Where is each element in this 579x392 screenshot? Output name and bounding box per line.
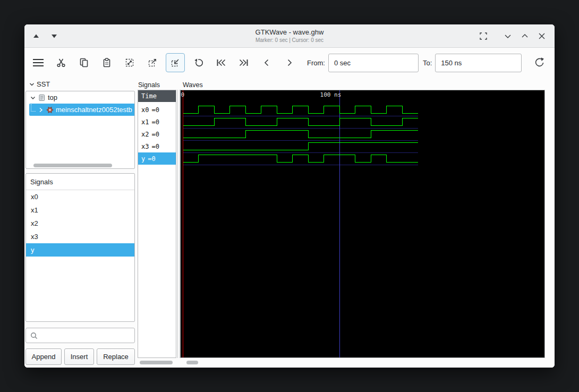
svg-text:100 ns: 100 ns: [320, 91, 342, 98]
time-header[interactable]: Time: [138, 90, 176, 102]
signal-action-buttons: Append Insert Replace: [25, 348, 135, 365]
to-input[interactable]: [435, 54, 522, 72]
wave-canvas[interactable]: 0100 ns: [181, 90, 544, 357]
signal-list-header: Signals: [26, 174, 134, 190]
titlebar-text: GTKWave - wave.ghw Marker: 0 sec | Curso…: [256, 28, 324, 44]
scrollbar-thumb[interactable]: [33, 164, 112, 167]
pane-up-button[interactable]: [30, 30, 42, 42]
paste-icon: [101, 57, 112, 68]
reload-button[interactable]: [530, 53, 549, 72]
append-button[interactable]: Append: [25, 348, 62, 365]
tree-item-testbench[interactable]: meinschaltnetz0052testb: [29, 104, 134, 116]
window-status: Marker: 0 sec | Cursor: 0 sec: [256, 37, 324, 44]
chevron-right-icon: [284, 57, 295, 68]
signal-list-item-x2[interactable]: x2: [26, 217, 134, 230]
titlebar[interactable]: GTKWave - wave.ghw Marker: 0 sec | Curso…: [24, 24, 555, 48]
wave-row-name: x1: [141, 118, 149, 126]
wave-row-value: =0: [151, 131, 159, 138]
wave-row-value: =0: [151, 118, 159, 126]
wave-row-value: =0: [151, 143, 159, 150]
wave-row-value: =0: [151, 106, 159, 114]
tree-item-label: meinschaltnetz0052testb: [56, 106, 132, 114]
sst-header[interactable]: SST: [29, 80, 50, 88]
wave-row-value: =0: [148, 155, 155, 163]
chevron-down-icon: [502, 30, 514, 42]
wave-row-x2[interactable]: x2=0: [138, 128, 176, 140]
names-horizontal-scrollbar[interactable]: [139, 361, 175, 364]
toolbar: From: To:: [24, 48, 555, 78]
go-to-start-button[interactable]: [211, 53, 231, 72]
sst-tree: top meinschaltnetz0052testb: [25, 91, 135, 169]
scissors-icon: [56, 57, 66, 68]
waves-horizontal-scrollbar[interactable]: [183, 361, 544, 364]
skip-to-start-icon: [215, 57, 227, 68]
zoom-out-icon: [147, 57, 158, 68]
reload-icon: [534, 57, 546, 69]
expander-down-icon[interactable]: [30, 95, 36, 101]
cut-button[interactable]: [52, 53, 71, 72]
tree-horizontal-scrollbar[interactable]: [29, 164, 131, 167]
wave-row-name: x3: [141, 143, 149, 150]
go-to-end-button[interactable]: [234, 53, 253, 72]
window-title: GTKWave - wave.ghw: [256, 28, 324, 37]
replace-button[interactable]: Replace: [97, 348, 135, 365]
wave-row-x3[interactable]: x3=0: [138, 140, 176, 152]
skip-to-end-icon: [238, 57, 250, 68]
signal-list-item-y[interactable]: y: [26, 243, 134, 257]
entity-gear-icon: [46, 106, 54, 114]
scrollbar-thumb[interactable]: [186, 361, 198, 364]
zoom-fit-button[interactable]: [120, 53, 139, 72]
menu-icon: [31, 56, 45, 69]
signal-list-item-x0[interactable]: x0: [26, 190, 134, 203]
wave-row-x1[interactable]: x1=0: [138, 116, 176, 128]
tree-item-top[interactable]: top: [26, 91, 134, 104]
close-button[interactable]: [535, 30, 548, 42]
search-input[interactable]: [41, 328, 134, 343]
close-icon: [536, 30, 548, 42]
zoom-in-button[interactable]: [166, 53, 185, 72]
chevron-left-icon: [261, 57, 272, 68]
fullscreen-icon: [478, 30, 489, 42]
chevron-up-icon: [519, 30, 531, 42]
zoom-fit-icon: [124, 57, 135, 68]
to-label: To:: [423, 59, 432, 67]
shift-right-button[interactable]: [280, 53, 299, 72]
pane-down-button[interactable]: [48, 30, 61, 42]
insert-button[interactable]: Insert: [64, 348, 94, 365]
signal-search-list: Signals x0 x1 x2 x3 y: [25, 173, 135, 322]
scrollbar-thumb[interactable]: [140, 361, 173, 364]
waves-panel[interactable]: 0100 ns: [180, 90, 545, 358]
menu-button[interactable]: [29, 53, 48, 72]
wave-row-x0[interactable]: x0=0: [138, 104, 176, 116]
maximize-button[interactable]: [518, 30, 531, 42]
wave-row-name: x0: [141, 106, 149, 114]
undo-button[interactable]: [189, 53, 208, 72]
scope-icon: [38, 94, 46, 101]
collapse-chevron-icon: [29, 81, 35, 88]
waves-panel-title: Waves: [183, 81, 203, 89]
zoom-out-button[interactable]: [143, 53, 162, 72]
wave-row-name: y: [141, 155, 145, 163]
copy-button[interactable]: [74, 53, 93, 72]
fullscreen-button[interactable]: [477, 30, 490, 42]
paste-button[interactable]: [97, 53, 116, 72]
titlebar-left-controls: [30, 24, 61, 47]
signal-list-item-x3[interactable]: x3: [26, 230, 134, 243]
wave-row-name: x2: [141, 131, 149, 138]
triangle-up-icon: [32, 32, 40, 40]
gtkwave-window: GTKWave - wave.ghw Marker: 0 sec | Curso…: [24, 24, 555, 368]
titlebar-right-controls: [477, 24, 548, 47]
sst-label: SST: [37, 80, 50, 88]
tree-connector-line: [31, 104, 36, 112]
names-panel: Time x0=0 x1=0 x2=0 x3=0 y=0: [138, 90, 176, 358]
signal-list-item-x1[interactable]: x1: [26, 203, 134, 217]
wave-row-y[interactable]: y=0: [138, 152, 176, 165]
from-input[interactable]: [328, 54, 419, 72]
undo-icon: [193, 57, 203, 68]
copy-icon: [79, 57, 89, 68]
expander-right-icon[interactable]: [38, 107, 44, 113]
from-label: From:: [307, 59, 325, 67]
signal-search-box[interactable]: [25, 328, 135, 343]
minimize-button[interactable]: [501, 30, 514, 42]
shift-left-button[interactable]: [257, 53, 276, 72]
